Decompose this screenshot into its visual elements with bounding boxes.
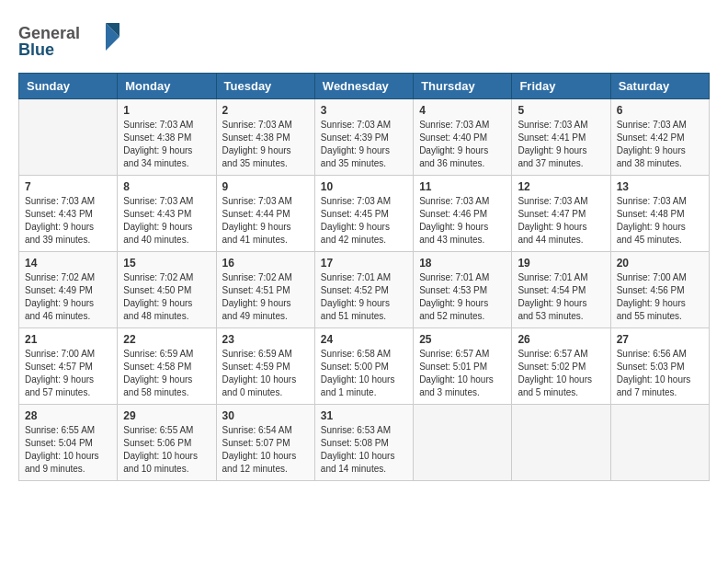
day-info: Sunrise: 7:01 AM Sunset: 4:54 PM Dayligh… bbox=[518, 271, 604, 323]
day-number: 26 bbox=[518, 333, 604, 346]
calendar-cell bbox=[610, 405, 709, 481]
day-info: Sunrise: 7:03 AM Sunset: 4:38 PM Dayligh… bbox=[123, 119, 210, 170]
calendar-cell: 20Sunrise: 7:00 AM Sunset: 4:56 PM Dayli… bbox=[610, 252, 709, 328]
calendar-cell: 28Sunrise: 6:55 AM Sunset: 5:04 PM Dayli… bbox=[19, 405, 118, 481]
calendar-cell: 22Sunrise: 6:59 AM Sunset: 4:58 PM Dayli… bbox=[118, 328, 216, 405]
day-info: Sunrise: 6:59 AM Sunset: 4:58 PM Dayligh… bbox=[123, 348, 210, 399]
svg-text:General: General bbox=[18, 24, 80, 42]
calendar-cell: 23Sunrise: 6:59 AM Sunset: 4:59 PM Dayli… bbox=[216, 328, 314, 405]
header-day-sunday: Sunday bbox=[19, 74, 118, 99]
calendar-cell: 24Sunrise: 6:58 AM Sunset: 5:00 PM Dayli… bbox=[314, 328, 413, 405]
calendar-body: 1Sunrise: 7:03 AM Sunset: 4:38 PM Daylig… bbox=[19, 99, 710, 481]
day-info: Sunrise: 7:03 AM Sunset: 4:44 PM Dayligh… bbox=[222, 195, 309, 247]
day-info: Sunrise: 7:03 AM Sunset: 4:38 PM Dayligh… bbox=[222, 119, 309, 170]
day-info: Sunrise: 7:03 AM Sunset: 4:40 PM Dayligh… bbox=[419, 119, 506, 170]
calendar-cell: 3Sunrise: 7:03 AM Sunset: 4:39 PM Daylig… bbox=[314, 99, 413, 176]
calendar-cell: 25Sunrise: 6:57 AM Sunset: 5:01 PM Dayli… bbox=[414, 328, 512, 405]
calendar-cell: 5Sunrise: 7:03 AM Sunset: 4:41 PM Daylig… bbox=[512, 99, 610, 176]
day-number: 28 bbox=[25, 409, 111, 422]
day-number: 25 bbox=[419, 333, 506, 346]
day-number: 17 bbox=[321, 257, 407, 270]
day-number: 12 bbox=[518, 180, 604, 193]
day-number: 5 bbox=[518, 104, 604, 117]
calendar-table: SundayMondayTuesdayWednesdayThursdayFrid… bbox=[18, 73, 710, 481]
day-number: 11 bbox=[419, 180, 506, 193]
day-number: 13 bbox=[617, 180, 703, 193]
day-info: Sunrise: 7:03 AM Sunset: 4:41 PM Dayligh… bbox=[518, 119, 604, 170]
day-info: Sunrise: 6:59 AM Sunset: 4:59 PM Dayligh… bbox=[222, 348, 309, 399]
day-info: Sunrise: 7:02 AM Sunset: 4:50 PM Dayligh… bbox=[123, 271, 210, 323]
day-info: Sunrise: 6:54 AM Sunset: 5:07 PM Dayligh… bbox=[222, 424, 309, 476]
day-number: 9 bbox=[222, 180, 309, 193]
calendar-cell: 12Sunrise: 7:03 AM Sunset: 4:47 PM Dayli… bbox=[512, 176, 610, 252]
day-info: Sunrise: 6:56 AM Sunset: 5:03 PM Dayligh… bbox=[617, 348, 703, 399]
day-info: Sunrise: 7:02 AM Sunset: 4:51 PM Dayligh… bbox=[222, 271, 309, 323]
day-number: 7 bbox=[25, 180, 111, 193]
calendar-cell bbox=[414, 405, 512, 481]
header-row: SundayMondayTuesdayWednesdayThursdayFrid… bbox=[19, 74, 710, 99]
day-info: Sunrise: 7:00 AM Sunset: 4:56 PM Dayligh… bbox=[617, 271, 703, 323]
header-day-friday: Friday bbox=[512, 74, 610, 99]
day-number: 23 bbox=[222, 333, 309, 346]
day-info: Sunrise: 7:03 AM Sunset: 4:46 PM Dayligh… bbox=[419, 195, 506, 247]
calendar-cell: 14Sunrise: 7:02 AM Sunset: 4:49 PM Dayli… bbox=[19, 252, 118, 328]
day-number: 1 bbox=[123, 104, 210, 117]
calendar-cell: 21Sunrise: 7:00 AM Sunset: 4:57 PM Dayli… bbox=[19, 328, 118, 405]
day-number: 27 bbox=[617, 333, 703, 346]
calendar-cell: 1Sunrise: 7:03 AM Sunset: 4:38 PM Daylig… bbox=[118, 99, 216, 176]
header-day-monday: Monday bbox=[118, 74, 216, 99]
calendar-cell: 2Sunrise: 7:03 AM Sunset: 4:38 PM Daylig… bbox=[216, 99, 314, 176]
calendar-cell: 31Sunrise: 6:53 AM Sunset: 5:08 PM Dayli… bbox=[314, 405, 413, 481]
calendar-week-1: 7Sunrise: 7:03 AM Sunset: 4:43 PM Daylig… bbox=[19, 176, 710, 252]
day-number: 10 bbox=[321, 180, 407, 193]
header-day-thursday: Thursday bbox=[414, 74, 512, 99]
logo-text: General Blue bbox=[18, 18, 119, 63]
day-number: 21 bbox=[25, 333, 111, 346]
calendar-header: SundayMondayTuesdayWednesdayThursdayFrid… bbox=[19, 74, 710, 99]
calendar-cell: 18Sunrise: 7:01 AM Sunset: 4:53 PM Dayli… bbox=[414, 252, 512, 328]
day-info: Sunrise: 6:55 AM Sunset: 5:04 PM Dayligh… bbox=[25, 424, 111, 476]
calendar-week-3: 21Sunrise: 7:00 AM Sunset: 4:57 PM Dayli… bbox=[19, 328, 710, 405]
svg-text:Blue: Blue bbox=[18, 40, 54, 59]
day-number: 4 bbox=[419, 104, 506, 117]
day-info: Sunrise: 7:03 AM Sunset: 4:39 PM Dayligh… bbox=[321, 119, 407, 170]
calendar-cell: 10Sunrise: 7:03 AM Sunset: 4:45 PM Dayli… bbox=[314, 176, 413, 252]
calendar-cell: 30Sunrise: 6:54 AM Sunset: 5:07 PM Dayli… bbox=[216, 405, 314, 481]
day-number: 3 bbox=[321, 104, 407, 117]
day-info: Sunrise: 7:01 AM Sunset: 4:52 PM Dayligh… bbox=[321, 271, 407, 323]
day-info: Sunrise: 7:03 AM Sunset: 4:43 PM Dayligh… bbox=[25, 195, 111, 247]
day-info: Sunrise: 6:57 AM Sunset: 5:02 PM Dayligh… bbox=[518, 348, 604, 399]
calendar-cell: 6Sunrise: 7:03 AM Sunset: 4:42 PM Daylig… bbox=[610, 99, 709, 176]
header-day-tuesday: Tuesday bbox=[216, 74, 314, 99]
day-info: Sunrise: 7:02 AM Sunset: 4:49 PM Dayligh… bbox=[25, 271, 111, 323]
logo-svg: General Blue bbox=[18, 18, 119, 60]
day-number: 20 bbox=[617, 257, 703, 270]
day-number: 15 bbox=[123, 257, 210, 270]
day-info: Sunrise: 6:53 AM Sunset: 5:08 PM Dayligh… bbox=[321, 424, 407, 476]
day-info: Sunrise: 7:03 AM Sunset: 4:45 PM Dayligh… bbox=[321, 195, 407, 247]
calendar-cell: 19Sunrise: 7:01 AM Sunset: 4:54 PM Dayli… bbox=[512, 252, 610, 328]
day-number: 24 bbox=[321, 333, 407, 346]
calendar-cell: 7Sunrise: 7:03 AM Sunset: 4:43 PM Daylig… bbox=[19, 176, 118, 252]
calendar-cell: 16Sunrise: 7:02 AM Sunset: 4:51 PM Dayli… bbox=[216, 252, 314, 328]
page-header: General Blue bbox=[18, 18, 710, 63]
calendar-cell bbox=[19, 99, 118, 176]
day-number: 30 bbox=[222, 409, 309, 422]
calendar-cell: 13Sunrise: 7:03 AM Sunset: 4:48 PM Dayli… bbox=[610, 176, 709, 252]
calendar-cell: 8Sunrise: 7:03 AM Sunset: 4:43 PM Daylig… bbox=[118, 176, 216, 252]
calendar-week-4: 28Sunrise: 6:55 AM Sunset: 5:04 PM Dayli… bbox=[19, 405, 710, 481]
calendar-cell: 15Sunrise: 7:02 AM Sunset: 4:50 PM Dayli… bbox=[118, 252, 216, 328]
day-info: Sunrise: 6:55 AM Sunset: 5:06 PM Dayligh… bbox=[123, 424, 210, 476]
calendar-cell: 4Sunrise: 7:03 AM Sunset: 4:40 PM Daylig… bbox=[414, 99, 512, 176]
calendar-cell: 26Sunrise: 6:57 AM Sunset: 5:02 PM Dayli… bbox=[512, 328, 610, 405]
calendar-cell: 29Sunrise: 6:55 AM Sunset: 5:06 PM Dayli… bbox=[118, 405, 216, 481]
day-number: 18 bbox=[419, 257, 506, 270]
calendar-cell bbox=[512, 405, 610, 481]
day-number: 22 bbox=[123, 333, 210, 346]
header-day-saturday: Saturday bbox=[610, 74, 709, 99]
logo: General Blue bbox=[18, 18, 119, 63]
day-number: 8 bbox=[123, 180, 210, 193]
day-number: 2 bbox=[222, 104, 309, 117]
day-number: 16 bbox=[222, 257, 309, 270]
calendar-cell: 9Sunrise: 7:03 AM Sunset: 4:44 PM Daylig… bbox=[216, 176, 314, 252]
